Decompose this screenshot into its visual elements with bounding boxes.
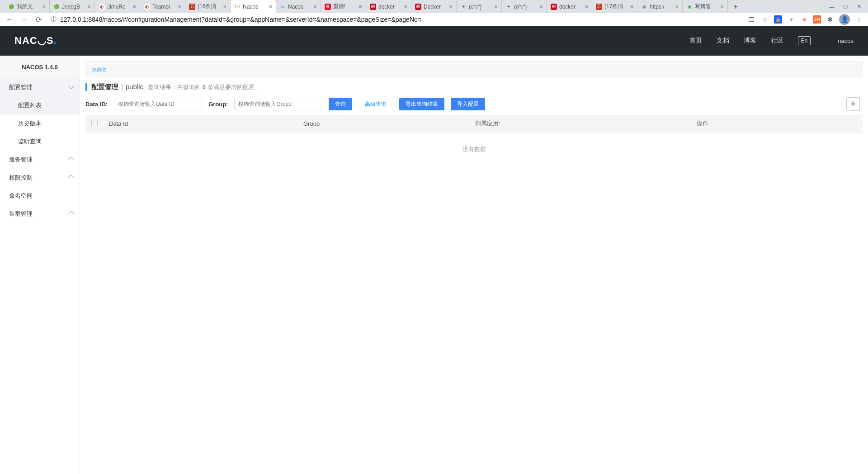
browser-chrome: 🟢我的文× 🟢JeecgB× ◐JimuRe× ◐Teambi× C(16条消×… <box>0 0 868 26</box>
close-icon[interactable]: × <box>132 3 136 10</box>
extension-icon[interactable]: JH <box>813 15 821 24</box>
close-icon[interactable]: × <box>313 3 317 10</box>
favicon-icon: ◉ <box>686 4 693 10</box>
extensions-icon[interactable]: ✱ <box>826 15 835 24</box>
main-layout: NACOS 1.4.0 配置管理 配置列表 历史版本 监听查询 服务管理 权限控… <box>0 56 868 474</box>
back-button[interactable]: ← <box>5 14 14 24</box>
nav-home[interactable]: 首页 <box>689 37 702 45</box>
sidebar-item-config-list[interactable]: 配置列表 <box>0 96 80 114</box>
add-config-button[interactable]: + <box>846 97 860 111</box>
browser-tab[interactable]: ✦(o'▽')× <box>457 0 502 13</box>
col-ops: 操作 <box>691 115 863 133</box>
extension-icon[interactable]: ⚛ <box>800 15 808 24</box>
menu-icon[interactable]: ⋮ <box>854 15 863 24</box>
window-controls: — ▢ ✕ <box>826 0 864 13</box>
favicon-icon: ∞ <box>279 4 286 10</box>
sidebar-item-config-mgmt[interactable]: 配置管理 <box>0 78 80 96</box>
close-icon[interactable]: × <box>449 3 453 10</box>
browser-tab[interactable]: ◉https:/× <box>637 0 683 13</box>
search-row: Data ID: Group: 查询 高级查询 导出查询结果 导入配置 + <box>85 98 863 110</box>
close-icon[interactable]: × <box>42 3 46 10</box>
browser-tab[interactable]: ✦(o'▽')× <box>502 0 547 13</box>
info-icon[interactable]: ⓘ <box>51 15 57 24</box>
lang-toggle[interactable]: En <box>798 36 811 45</box>
translate-icon[interactable]: 🗔 <box>747 15 756 24</box>
nav-blog[interactable]: 博客 <box>744 37 756 45</box>
sidebar-item-service-mgmt[interactable]: 服务管理 <box>0 151 80 169</box>
nav-docs[interactable]: 文档 <box>717 37 729 45</box>
browser-tab[interactable]: C(17条消× <box>592 0 637 13</box>
browser-tab[interactable]: 酮Docker× <box>411 0 457 13</box>
sidebar-item-permission[interactable]: 权限控制 <box>0 169 80 187</box>
nacos-logo[interactable]: NAC◡S. <box>14 35 57 47</box>
profile-avatar[interactable]: 👤 <box>839 14 850 25</box>
browser-tab[interactable]: ◐JimuRe× <box>95 0 140 13</box>
close-icon[interactable]: × <box>494 3 498 10</box>
url-bar[interactable]: ⓘ 127.0.0.1:8848/nacos/#/configurationMa… <box>48 15 742 24</box>
result-hint: 查询结果：共查询到 0 条满足要求的配置。 <box>148 83 260 91</box>
favicon-icon: ◐ <box>99 4 105 10</box>
col-checkbox <box>85 115 104 133</box>
toolbar-icons: 🗔 ☆ 🔒 ▾ ⚛ JH ✱ 👤 ⋮ <box>747 14 863 25</box>
close-icon[interactable]: × <box>404 3 407 10</box>
favicon-icon: 酮 <box>370 4 376 10</box>
label-group: Group: <box>208 101 228 108</box>
browser-tab[interactable]: 🟢我的文× <box>5 0 50 13</box>
sidebar-item-cluster[interactable]: 集群管理 <box>0 205 80 223</box>
favicon-icon: ⟨•⟩ <box>234 4 241 10</box>
import-button[interactable]: 导入配置 <box>451 98 485 110</box>
advanced-search-button[interactable]: 高级查询 <box>359 98 393 110</box>
namespace-tab-public[interactable]: public <box>92 66 106 73</box>
browser-tab[interactable]: 微重磅!× <box>321 0 366 13</box>
content-area: public 配置管理|public 查询结果：共查询到 0 条满足要求的配置。… <box>80 56 868 474</box>
sidebar: NACOS 1.4.0 配置管理 配置列表 历史版本 监听查询 服务管理 权限控… <box>0 56 80 474</box>
input-dataid[interactable] <box>114 98 202 110</box>
close-icon[interactable]: × <box>675 3 679 10</box>
sidebar-item-listen[interactable]: 监听查询 <box>0 133 80 151</box>
close-icon[interactable]: × <box>359 3 362 10</box>
favicon-icon: 酮 <box>551 4 557 10</box>
user-label[interactable]: nacos <box>838 38 854 44</box>
favicon-icon: 🟢 <box>8 4 14 10</box>
browser-tab[interactable]: ◐Teambi× <box>140 0 185 13</box>
close-icon[interactable]: × <box>539 3 543 10</box>
favicon-icon: ◐ <box>144 4 150 10</box>
new-tab-button[interactable]: + <box>731 2 741 12</box>
bookmark-icon[interactable]: ☆ <box>760 15 769 24</box>
forward-button[interactable]: → <box>19 14 29 24</box>
browser-tab[interactable]: ◉写博客× <box>683 0 728 13</box>
search-button[interactable]: 查询 <box>329 98 352 110</box>
favicon-icon: C <box>596 4 602 10</box>
url-text: 127.0.0.1:8848/nacos/#/configurationMana… <box>60 16 421 23</box>
browser-tab[interactable]: C(16条消× <box>185 0 231 13</box>
close-window-icon[interactable]: ✕ <box>854 2 864 11</box>
reload-button[interactable]: ⟳ <box>33 14 43 24</box>
nav-community[interactable]: 社区 <box>771 37 783 45</box>
export-button[interactable]: 导出查询结果 <box>399 98 444 110</box>
close-icon[interactable]: × <box>223 3 226 10</box>
minimize-icon[interactable]: — <box>826 2 837 11</box>
sidebar-item-namespace[interactable]: 命名空间 <box>0 187 80 205</box>
close-icon[interactable]: × <box>720 3 724 10</box>
extension-icon[interactable]: 🔒 <box>774 15 782 24</box>
close-icon[interactable]: × <box>178 3 181 10</box>
select-all-checkbox[interactable] <box>91 120 98 126</box>
namespace-bar: public <box>85 61 863 77</box>
browser-tab[interactable]: 酮docker× <box>547 0 592 13</box>
maximize-icon[interactable]: ▢ <box>840 2 851 11</box>
input-group[interactable] <box>234 98 322 110</box>
browser-tab[interactable]: ∞Nacos× <box>276 0 321 13</box>
browser-tab[interactable]: 🟢JeecgB× <box>50 0 95 13</box>
close-icon[interactable]: × <box>269 3 272 10</box>
extension-icon[interactable]: ▾ <box>787 15 796 24</box>
close-icon[interactable]: × <box>87 3 91 10</box>
no-data-row: 没有数据 <box>85 133 863 166</box>
browser-tab[interactable]: 酮docker× <box>366 0 411 13</box>
address-bar-row: ← → ⟳ ⓘ 127.0.0.1:8848/nacos/#/configura… <box>0 13 868 26</box>
browser-tab-active[interactable]: ⟨•⟩Nacos× <box>231 0 276 13</box>
close-icon[interactable]: × <box>585 3 588 10</box>
close-icon[interactable]: × <box>630 3 633 10</box>
col-app: 归属应用: <box>470 115 691 133</box>
favicon-icon: C <box>189 4 195 10</box>
sidebar-item-history[interactable]: 历史版本 <box>0 114 80 133</box>
